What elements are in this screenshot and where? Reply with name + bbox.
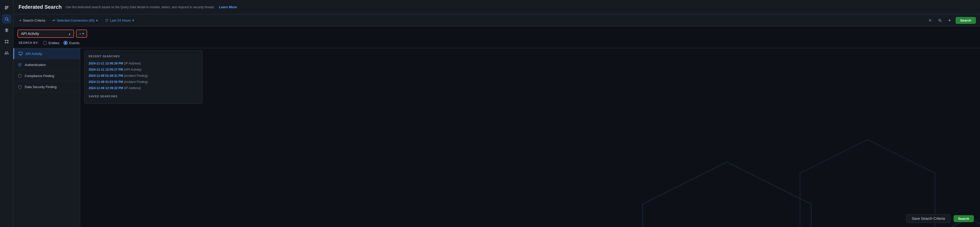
save-search-criteria-button[interactable]: Save Search Criteria <box>906 214 950 223</box>
page-title: Federated Search <box>19 4 62 10</box>
clock-icon: ⏱ <box>105 19 108 22</box>
category-api-activity[interactable]: API Activity <box>13 48 80 59</box>
chevron-down-icon: ▾ <box>132 19 134 22</box>
recent-timestamp-1: 2024-11-11 12:05:17 PM <box>89 68 123 71</box>
svg-rect-1 <box>5 40 6 41</box>
toolbar-left: ▾ Search Criteria ⇌ Selected Connectors … <box>18 17 923 23</box>
search-box-row: API Activity ▴ + ▾ <box>18 30 976 38</box>
recent-context-3: (Incident Finding) <box>124 80 148 84</box>
events-radio[interactable]: Events <box>64 41 80 45</box>
data-security-icon <box>18 84 22 89</box>
page-header: Federated Search Use this federated sear… <box>13 0 980 14</box>
recent-timestamp-4: 2024-11-08 12:39:22 PM <box>89 86 123 90</box>
entities-radio-circle <box>43 41 47 45</box>
connectors-label: Selected Connectors (45) <box>57 19 95 22</box>
toolbar: ▾ Search Criteria ⇌ Selected Connectors … <box>13 14 980 27</box>
recent-search-item-0[interactable]: 2024-11-11 12:06:39 PM (IP Address) <box>89 60 198 67</box>
entities-label: Entities <box>49 41 60 45</box>
recent-search-item-3[interactable]: 2024-11-08 01:03:50 PM (Incident Finding… <box>89 79 198 85</box>
sidebar-icon-search[interactable] <box>2 14 11 24</box>
search-criteria-label: Search Criteria <box>23 19 45 22</box>
sidebar-icon-workflow[interactable] <box>2 26 11 35</box>
search-by-row: SEARCH BY: Entities Events <box>18 41 976 45</box>
recent-context-4: (IP Address) <box>124 86 141 90</box>
search-type-select[interactable]: API Activity ▴ <box>18 30 74 38</box>
sidebar <box>0 0 13 227</box>
events-radio-circle <box>64 41 68 45</box>
search-criteria-button[interactable]: ▾ Search Criteria <box>18 17 47 23</box>
recent-timestamp-3: 2024-11-08 01:03:50 PM <box>89 80 123 84</box>
time-label: Last 24 Hours <box>110 19 131 22</box>
recent-context-0: (IP Address) <box>124 62 141 65</box>
sidebar-icon-dashboard[interactable] <box>2 3 11 12</box>
category-api-activity-label: API Activity <box>25 52 42 56</box>
recent-searches-panel: RECENT SEARCHES 2024-11-11 12:06:39 PM (… <box>84 50 202 104</box>
category-compliance-label: Compliance Finding <box>25 74 54 78</box>
categories-panel: API Activity Authentication Compliance F… <box>13 48 80 227</box>
svg-rect-6 <box>19 52 22 54</box>
plus-icon: + <box>79 32 81 36</box>
hex-pattern-svg <box>80 106 980 227</box>
svg-marker-7 <box>80 106 193 218</box>
results-panel: RECENT SEARCHES 2024-11-11 12:06:39 PM (… <box>80 48 980 227</box>
recent-context-2: (Incident Finding) <box>124 74 148 78</box>
page-description: Use this federated search based on the Q… <box>66 5 215 9</box>
recent-search-item-4[interactable]: 2024-11-08 12:39:22 PM (IP Address) <box>89 85 198 91</box>
category-compliance-finding[interactable]: Compliance Finding <box>13 70 80 81</box>
connector-icon: ⇌ <box>52 19 55 22</box>
add-condition-button[interactable]: + ▾ <box>76 30 87 38</box>
sidebar-icon-grid[interactable] <box>2 37 11 46</box>
sparkle-button[interactable]: ✦ <box>946 16 953 24</box>
chevron-down-icon: ▾ <box>19 19 21 22</box>
time-range-button[interactable]: ⏱ Last 24 Hours ▾ <box>103 17 136 23</box>
authentication-icon <box>18 62 22 67</box>
category-data-security-label: Data Security Finding <box>25 85 57 89</box>
chevron-down-icon: ▾ <box>96 19 98 22</box>
zoom-button[interactable] <box>936 16 944 24</box>
recent-timestamp-2: 2024-11-08 01:48:31 PM <box>89 74 123 78</box>
clear-button[interactable]: ✕ <box>926 16 934 24</box>
category-authentication[interactable]: Authentication <box>13 59 80 70</box>
sidebar-icon-users[interactable] <box>2 48 11 57</box>
recent-timestamp-0: 2024-11-11 12:06:39 PM <box>89 62 123 65</box>
toolbar-search-button[interactable]: Search <box>956 17 976 24</box>
recent-context-1: (API Activity) <box>124 68 141 71</box>
chevron-down-icon: ▾ <box>82 32 84 36</box>
search-panel: API Activity ▴ + ▾ SEARCH BY: Entities E… <box>13 27 980 48</box>
category-data-security-finding[interactable]: Data Security Finding <box>13 81 80 92</box>
bottom-action-bar: Save Search Criteria Search <box>900 210 980 227</box>
saved-searches-title: SAVED SEARCHES <box>89 95 198 98</box>
recent-search-item-2[interactable]: 2024-11-08 01:48:31 PM (Incident Finding… <box>89 73 198 79</box>
search-action-button[interactable]: Search <box>953 215 974 222</box>
learn-more-link[interactable]: Learn More <box>219 5 237 9</box>
recent-search-item-1[interactable]: 2024-11-11 12:05:17 PM (API Activity) <box>89 67 198 73</box>
entities-radio[interactable]: Entities <box>43 41 60 45</box>
chevron-up-icon: ▴ <box>68 32 70 36</box>
results-background <box>80 106 980 227</box>
toolbar-right: ✕ ✦ Search <box>926 16 976 24</box>
svg-rect-4 <box>7 42 8 43</box>
category-authentication-label: Authentication <box>25 63 46 67</box>
recent-searches-title: RECENT SEARCHES <box>89 55 198 58</box>
connectors-button[interactable]: ⇌ Selected Connectors (45) ▾ <box>50 17 100 23</box>
search-by-label: SEARCH BY: <box>19 41 39 45</box>
events-label: Events <box>69 41 80 45</box>
compliance-icon <box>18 73 22 78</box>
svg-rect-2 <box>7 40 8 41</box>
api-activity-icon <box>18 51 23 56</box>
svg-rect-3 <box>5 42 6 43</box>
selected-type-label: API Activity <box>21 32 39 36</box>
content-area: API Activity Authentication Compliance F… <box>13 48 980 227</box>
main-content: Federated Search Use this federated sear… <box>13 0 980 227</box>
